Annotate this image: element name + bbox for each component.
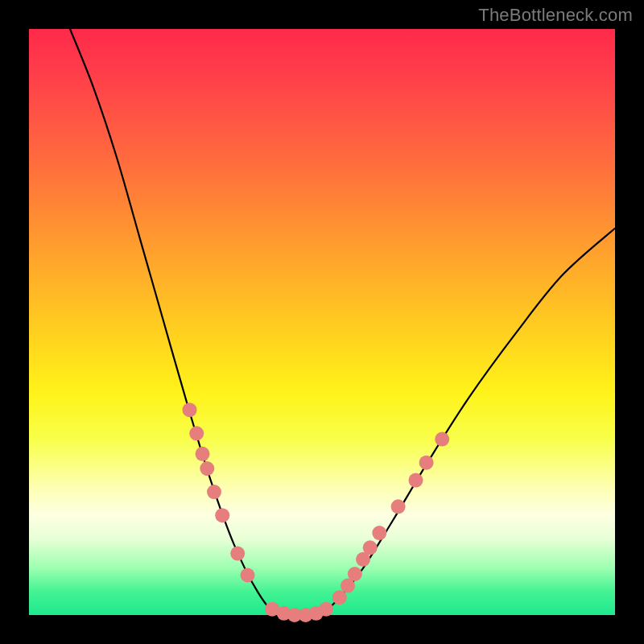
data-marker xyxy=(207,485,221,499)
data-marker xyxy=(215,508,229,522)
data-marker xyxy=(183,402,197,417)
data-marker xyxy=(391,499,406,514)
data-marker xyxy=(189,426,204,440)
data-marker xyxy=(419,456,434,470)
data-marker xyxy=(348,567,362,581)
data-marker xyxy=(435,432,449,447)
data-marker xyxy=(200,461,214,476)
data-marker xyxy=(196,447,210,461)
data-marker xyxy=(241,568,255,583)
data-marker xyxy=(363,540,378,555)
bottleneck-curve xyxy=(70,29,615,615)
plot-area xyxy=(29,29,615,615)
watermark-text: TheBottleneck.com xyxy=(478,5,633,26)
data-marker xyxy=(409,473,423,488)
data-marker xyxy=(319,602,333,617)
data-marker xyxy=(332,590,347,605)
marker-group xyxy=(183,402,450,622)
data-marker xyxy=(230,547,245,561)
chart-svg xyxy=(29,29,615,615)
chart-frame: TheBottleneck.com xyxy=(0,0,644,644)
data-marker xyxy=(372,526,386,540)
